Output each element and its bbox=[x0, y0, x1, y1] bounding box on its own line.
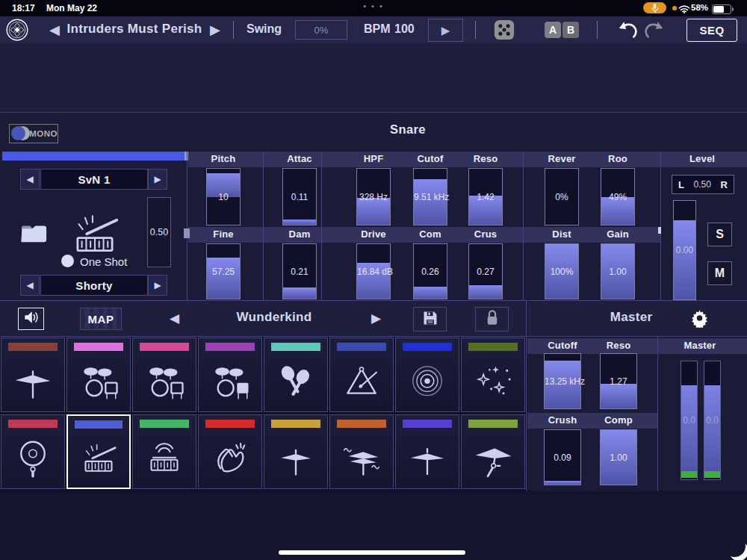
meter-fill bbox=[704, 385, 720, 471]
preset-name[interactable]: Shorty bbox=[40, 275, 148, 296]
sample-position-slider[interactable] bbox=[2, 152, 185, 161]
preset-next-button[interactable]: ▶ bbox=[210, 22, 220, 38]
mono-label: MONO bbox=[29, 129, 58, 138]
preset-prev-button[interactable]: ◀ bbox=[49, 22, 60, 38]
row2-gain-fader[interactable]: 1.00 bbox=[601, 243, 635, 299]
pad-color-bar bbox=[337, 420, 386, 428]
concentric-circles-icon bbox=[406, 360, 448, 402]
one-shot-radio[interactable] bbox=[61, 255, 74, 267]
solo-button[interactable]: S bbox=[707, 223, 732, 246]
gear-settings-button[interactable] bbox=[690, 309, 709, 331]
sample-length-box[interactable]: 0.50 bbox=[147, 197, 171, 267]
level-fader[interactable]: 0.00 bbox=[673, 200, 696, 300]
hihat-open-icon bbox=[341, 437, 382, 479]
pad-concentric[interactable] bbox=[395, 337, 459, 412]
row1-reso-fader[interactable]: 1.42 bbox=[468, 168, 503, 225]
swing-value-field[interactable]: 0% bbox=[295, 20, 347, 40]
master-cutoff-value: 13.25 kHz bbox=[545, 376, 580, 387]
pad-snare[interactable] bbox=[66, 414, 131, 489]
redo-button[interactable] bbox=[644, 20, 665, 43]
row2-drive-fader[interactable]: 16.84 dB bbox=[356, 243, 391, 299]
pad-ride-cymbal[interactable] bbox=[1, 337, 65, 412]
seq-button[interactable]: SEQ bbox=[686, 19, 737, 42]
engine-name[interactable]: SvN 1 bbox=[40, 169, 148, 190]
mute-button[interactable]: M bbox=[707, 261, 732, 285]
pad-color-bar bbox=[205, 343, 255, 351]
background-area bbox=[0, 43, 747, 112]
folder-icon[interactable] bbox=[19, 220, 48, 249]
master-cutoff-fader[interactable]: 13.25 kHz bbox=[544, 353, 581, 409]
row1-hpf-fader[interactable]: 328 Hz bbox=[356, 168, 391, 225]
row1-rever-fader[interactable]: 0% bbox=[545, 168, 579, 225]
pattern-a-button[interactable]: A bbox=[545, 22, 561, 38]
app-screen: 18:17 Mon May 22 • • • 58% ◀ Intruders M… bbox=[0, 0, 747, 560]
row2-gain-label: Gain bbox=[607, 228, 629, 240]
app-logo-icon[interactable] bbox=[5, 18, 29, 45]
audition-button[interactable] bbox=[18, 308, 44, 330]
row1-rever-value: 0% bbox=[545, 192, 578, 202]
row1-roo-fader[interactable]: 49% bbox=[601, 168, 635, 225]
lock-kit-button[interactable] bbox=[475, 307, 509, 332]
kit-prev-button[interactable]: ◀ bbox=[170, 311, 179, 326]
row2-fine-fader[interactable]: 57.25 bbox=[206, 243, 241, 299]
pad-drum-kit-2[interactable] bbox=[132, 337, 196, 412]
row2-dist-fader[interactable]: 100% bbox=[545, 243, 579, 299]
pad-hihat-open[interactable] bbox=[329, 414, 394, 489]
pad-drum-kit-3[interactable] bbox=[198, 337, 262, 412]
row1-attac-value: 0.11 bbox=[283, 192, 316, 202]
master-comp-fader[interactable]: 1.00 bbox=[600, 429, 637, 485]
preset-next-button[interactable]: ▶ bbox=[148, 275, 167, 296]
dice-randomize-button[interactable] bbox=[494, 19, 515, 43]
pad-color-bar bbox=[74, 343, 123, 351]
home-indicator[interactable] bbox=[279, 550, 465, 555]
row2-crus-fader[interactable]: 0.27 bbox=[468, 243, 503, 299]
mono-toggle[interactable]: MONO bbox=[9, 124, 58, 143]
row2-com-fader[interactable]: 0.26 bbox=[413, 243, 447, 299]
meter-value: 0.0 bbox=[681, 415, 697, 426]
row1-hpf-label: HPF bbox=[364, 153, 384, 164]
pad-triangle[interactable] bbox=[329, 337, 394, 412]
pad-drum-kit-1[interactable] bbox=[66, 337, 131, 412]
undo-button[interactable] bbox=[617, 20, 638, 43]
status-bar: 18:17 Mon May 22 • • • 58% bbox=[0, 0, 747, 16]
toolbar-divider bbox=[233, 21, 234, 39]
row1-attac-fader[interactable]: 0.11 bbox=[282, 168, 317, 225]
pad-clap[interactable] bbox=[198, 414, 262, 489]
row1-attac-label: Attac bbox=[287, 153, 312, 164]
row1-cutof-fader[interactable]: 9.51 kHz bbox=[413, 168, 447, 225]
pad-crash[interactable] bbox=[395, 414, 459, 489]
preset-prev-button[interactable]: ◀ bbox=[20, 275, 40, 296]
map-button[interactable]: MAP bbox=[80, 308, 122, 330]
master-cutoff-label: Cutoff bbox=[548, 340, 577, 351]
pad-sparkle[interactable] bbox=[461, 337, 525, 412]
electro-snare-icon bbox=[143, 437, 185, 479]
pattern-b-button[interactable]: B bbox=[562, 22, 579, 38]
engine-next-button[interactable]: ▶ bbox=[148, 169, 167, 190]
pan-control[interactable]: L 0.50 R bbox=[672, 175, 734, 194]
pad-gong[interactable] bbox=[1, 414, 65, 489]
multitask-dots-icon: • • • bbox=[363, 1, 384, 10]
pad-color-bar bbox=[337, 343, 386, 351]
pad-electro-snare[interactable] bbox=[132, 414, 196, 489]
row1-pitch-fader[interactable]: 10 bbox=[206, 168, 241, 225]
play-button[interactable]: ▶ bbox=[428, 19, 463, 42]
row2-dam-fader[interactable]: 0.21 bbox=[282, 243, 317, 299]
engine-prev-button[interactable]: ◀ bbox=[20, 169, 40, 190]
drag-handle[interactable] bbox=[184, 228, 190, 238]
master-crush-fader[interactable]: 0.09 bbox=[544, 429, 581, 485]
mic-indicator-icon bbox=[643, 2, 666, 13]
pad-hihat-closed[interactable] bbox=[264, 414, 328, 489]
toolbar-divider bbox=[597, 21, 598, 39]
pad-ride-stand[interactable] bbox=[461, 414, 525, 489]
save-kit-button[interactable] bbox=[413, 307, 447, 332]
mute-label: M bbox=[715, 267, 725, 280]
battery-icon bbox=[712, 4, 731, 14]
fader-labels-strip-row1 bbox=[188, 152, 747, 167]
master-reso-fader[interactable]: 1.27 bbox=[600, 353, 637, 409]
bpm-value[interactable]: 100 bbox=[394, 22, 415, 36]
pad-color-bar bbox=[468, 420, 518, 428]
kit-next-button[interactable]: ▶ bbox=[371, 311, 381, 326]
master-crush-label: Crush bbox=[548, 414, 577, 426]
pad-maracas[interactable] bbox=[264, 337, 328, 412]
row1-cutof-label: Cutof bbox=[418, 153, 444, 164]
